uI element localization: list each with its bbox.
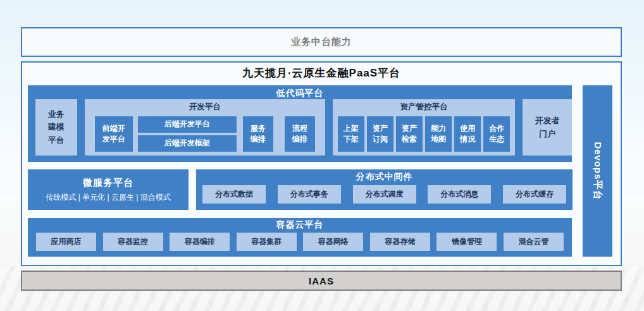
distributed-middleware-title: 分布式中间件 bbox=[196, 169, 573, 183]
distributed-middleware-section: 分布式中间件 分布式数据 分布式事务 分布式调度 分布式消息 分布式缓存 bbox=[196, 169, 573, 210]
asset-control-platform-title: 资产管控平台 bbox=[333, 99, 516, 113]
business-middle-platform-label: 业务中台能力 bbox=[291, 36, 352, 48]
asset-item-usage: 使用 情况 bbox=[454, 116, 481, 152]
asset-item-capability-map: 能力 地图 bbox=[425, 116, 452, 152]
microservice-platform-title: 微服务平台 bbox=[83, 177, 133, 189]
asset-item-line: 资产 bbox=[402, 123, 417, 134]
middleware-item-data: 分布式数据 bbox=[202, 185, 266, 204]
dev-platform-row: 前端开 发平台 后端开发平台 后端开发框架 服务 编排 流程 bbox=[95, 116, 315, 152]
service-orchestration-box: 服务 编排 bbox=[243, 116, 273, 152]
asset-item-line: 地图 bbox=[431, 134, 446, 145]
asset-item-line: 上架 bbox=[344, 123, 359, 134]
asset-item-line: 情况 bbox=[460, 134, 475, 145]
container-item-network: 容器网络 bbox=[303, 233, 363, 251]
microservice-platform-section: 微服务平台 传统模式 | 单元化 | 云原生 | 混合模式 bbox=[28, 169, 189, 210]
distributed-middleware-row: 分布式数据 分布式事务 分布式调度 分布式消息 分布式缓存 bbox=[202, 185, 566, 204]
container-item-orchestration: 容器编排 bbox=[170, 233, 230, 251]
middleware-item-scheduling: 分布式调度 bbox=[353, 185, 416, 204]
devops-platform-label: Devops平台 bbox=[591, 142, 604, 200]
container-item-monitoring: 容器监控 bbox=[103, 233, 163, 251]
asset-item-line: 能力 bbox=[431, 123, 446, 134]
lowcode-platform-title: 低代码平台 bbox=[28, 85, 572, 99]
asset-item-line: 检索 bbox=[402, 134, 417, 145]
container-item-storage: 容器存储 bbox=[370, 233, 430, 251]
asset-item-line: 下架 bbox=[344, 134, 359, 145]
middleware-item-transaction: 分布式事务 bbox=[278, 185, 341, 204]
frontend-line: 发平台 bbox=[102, 134, 125, 145]
backend-column: 后端开发平台 后端开发框架 bbox=[138, 116, 237, 152]
container-item-cluster: 容器集群 bbox=[237, 233, 297, 251]
business-modeling-line: 建模 bbox=[48, 121, 65, 133]
developer-portal-line: 门户 bbox=[539, 128, 555, 141]
backend-dev-framework-box: 后端开发框架 bbox=[138, 135, 237, 152]
container-item-image-mgmt: 镜像管理 bbox=[437, 233, 497, 251]
asset-item-line: 生态 bbox=[489, 134, 504, 145]
business-modeling-line: 业务 bbox=[48, 108, 65, 121]
asset-control-platform-box: 资产管控平台 上架 下架 资产 订阅 资产 检索 bbox=[333, 99, 516, 156]
process-orchestration-line: 流程 bbox=[292, 123, 307, 134]
asset-control-row: 上架 下架 资产 订阅 资产 检索 能力 地图 bbox=[338, 116, 511, 152]
asset-item-ecosystem: 合作 生态 bbox=[483, 116, 510, 152]
container-cloud-row: 应用商店 容器监控 容器编排 容器集群 容器网络 容器存储 镜像管理 混合云管 bbox=[36, 233, 564, 251]
developer-portal-line: 开发者 bbox=[535, 114, 560, 128]
paas-platform-title: 九天揽月·云原生金融PaaS平台 bbox=[22, 66, 621, 80]
business-modeling-platform-box: 业务 建模 平台 bbox=[35, 99, 77, 156]
lowcode-platform-section: 低代码平台 业务 建模 平台 开发平台 前端开 发平台 后端开发平 bbox=[28, 85, 572, 162]
container-cloud-section: 容器云平台 应用商店 容器监控 容器编排 容器集群 容器网络 容器存储 镜像管理… bbox=[28, 218, 572, 257]
developer-portal-box: 开发者 门户 bbox=[523, 99, 572, 156]
asset-item-shelf: 上架 下架 bbox=[338, 116, 364, 152]
devops-platform-bar: Devops平台 bbox=[583, 85, 612, 257]
dev-platform-box: 开发平台 前端开 发平台 后端开发平台 后端开发框架 服务 编排 bbox=[85, 99, 325, 156]
service-orchestration-line: 服务 bbox=[251, 123, 266, 134]
asset-item-subscription: 资产 订阅 bbox=[367, 116, 393, 152]
container-cloud-title: 容器云平台 bbox=[28, 218, 572, 231]
frontend-dev-platform-box: 前端开 发平台 bbox=[95, 116, 133, 152]
lowcode-row: 业务 建模 平台 开发平台 前端开 发平台 后端开发平台 后端开发框架 bbox=[28, 99, 572, 156]
iaas-label: IAAS bbox=[309, 276, 334, 286]
microservice-platform-modes: 传统模式 | 单元化 | 云原生 | 混合模式 bbox=[46, 192, 170, 203]
asset-item-line: 资产 bbox=[373, 123, 388, 134]
business-modeling-line: 平台 bbox=[48, 134, 65, 147]
iaas-bar: IAAS bbox=[21, 271, 622, 291]
asset-item-retrieval: 资产 检索 bbox=[396, 116, 423, 152]
backend-dev-platform-box: 后端开发平台 bbox=[138, 116, 237, 133]
architecture-diagram: 业务中台能力 九天揽月·云原生金融PaaS平台 低代码平台 业务 建模 平台 开… bbox=[0, 0, 644, 311]
middleware-item-message: 分布式消息 bbox=[428, 185, 491, 204]
process-orchestration-line: 编排 bbox=[292, 134, 307, 145]
container-item-app-store: 应用商店 bbox=[36, 233, 96, 251]
business-middle-platform-box: 业务中台能力 bbox=[21, 27, 622, 57]
dev-platform-title: 开发平台 bbox=[85, 99, 325, 113]
service-orchestration-line: 编排 bbox=[251, 134, 266, 145]
middleware-item-cache: 分布式缓存 bbox=[503, 185, 566, 204]
asset-item-line: 使用 bbox=[460, 123, 475, 134]
asset-item-line: 合作 bbox=[489, 123, 504, 134]
container-item-hybrid-cloud: 混合云管 bbox=[504, 233, 564, 251]
asset-item-line: 订阅 bbox=[373, 134, 388, 145]
paas-platform-box: 九天揽月·云原生金融PaaS平台 低代码平台 业务 建模 平台 开发平台 前端开… bbox=[21, 61, 622, 266]
process-orchestration-box: 流程 编排 bbox=[285, 116, 315, 152]
frontend-line: 前端开 bbox=[102, 123, 125, 134]
